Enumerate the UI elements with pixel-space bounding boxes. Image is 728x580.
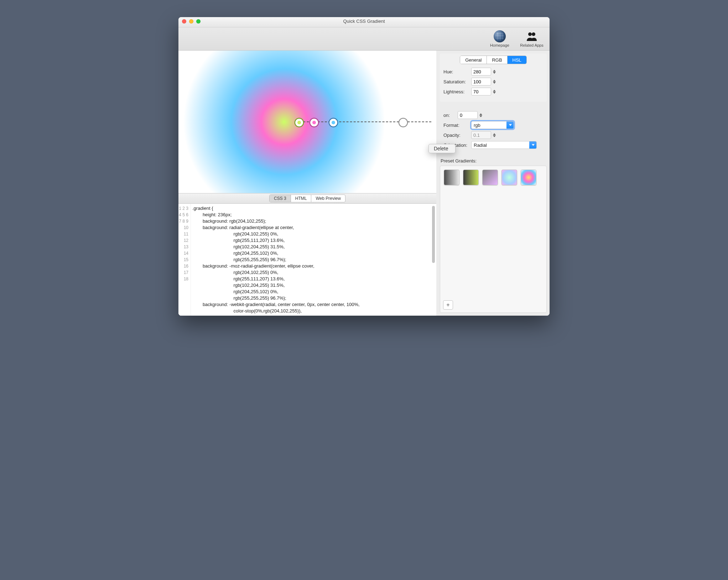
context-menu-delete[interactable]: Delete bbox=[434, 146, 448, 151]
hue-label: Hue: bbox=[443, 69, 471, 74]
preset-swatch[interactable] bbox=[521, 170, 536, 185]
orientation-select-wrap: Radial bbox=[471, 141, 537, 149]
globe-icon bbox=[494, 30, 506, 42]
line-gutter: 1 2 3 4 5 6 7 8 9 10 11 12 13 14 15 16 1… bbox=[178, 204, 191, 316]
code-text[interactable]: .gradient { height: 236px; background: r… bbox=[191, 204, 436, 316]
stop-properties: on: Format: rgb Opacity: bbox=[440, 107, 547, 155]
svg-point-0 bbox=[528, 32, 532, 36]
color-tab-hsl[interactable]: HSL bbox=[508, 56, 526, 64]
gradient-stop[interactable] bbox=[329, 118, 338, 127]
code-editor[interactable]: 1 2 3 4 5 6 7 8 9 10 11 12 13 14 15 16 1… bbox=[178, 204, 436, 316]
window-title: Quick CSS Gradient bbox=[343, 19, 385, 24]
presets-panel: + bbox=[440, 166, 547, 313]
add-preset-button[interactable]: + bbox=[443, 300, 453, 310]
hue-input[interactable] bbox=[471, 68, 491, 76]
svg-point-1 bbox=[532, 32, 535, 36]
app-window: Quick CSS Gradient Homepage Related Apps bbox=[178, 17, 550, 316]
code-tab-html[interactable]: HTML bbox=[291, 195, 312, 202]
color-tabs: GeneralRGBHSL bbox=[460, 56, 527, 64]
preset-swatch[interactable] bbox=[463, 170, 479, 185]
code-tabs: CSS 3HTMLWeb Preview bbox=[178, 193, 436, 204]
gradient-stop[interactable] bbox=[295, 118, 304, 127]
preset-swatch[interactable] bbox=[501, 170, 517, 185]
homepage-label: Homepage bbox=[487, 43, 513, 47]
related-apps-label: Related Apps bbox=[519, 43, 545, 47]
left-column: Delete CSS 3HTMLWeb Preview 1 2 3 4 5 6 … bbox=[178, 51, 436, 316]
opacity-label: Opacity: bbox=[443, 133, 471, 138]
plus-icon: + bbox=[446, 302, 449, 308]
presets-label: Preset Gradients: bbox=[441, 158, 547, 164]
titlebar: Quick CSS Gradient bbox=[178, 17, 550, 27]
format-select[interactable]: rgb bbox=[471, 121, 514, 129]
related-apps-button[interactable]: Related Apps bbox=[519, 30, 545, 47]
hue-stepper[interactable] bbox=[492, 69, 497, 74]
scrollbar-thumb[interactable] bbox=[432, 206, 435, 263]
position-stepper[interactable] bbox=[478, 113, 483, 118]
close-icon[interactable] bbox=[182, 19, 186, 24]
toolbar: Homepage Related Apps bbox=[178, 27, 550, 51]
inspector-panel: GeneralRGBHSL Hue: Saturation: bbox=[436, 51, 550, 316]
preset-swatch[interactable] bbox=[444, 170, 459, 185]
gradient-stop[interactable] bbox=[399, 118, 408, 127]
color-tab-general[interactable]: General bbox=[460, 56, 487, 64]
stop-color-dot bbox=[401, 121, 405, 124]
stop-color-dot bbox=[312, 121, 316, 124]
lightness-input[interactable] bbox=[471, 88, 491, 95]
format-label: Format: bbox=[443, 123, 471, 128]
saturation-input[interactable] bbox=[471, 78, 491, 86]
opacity-stepper[interactable] bbox=[492, 133, 497, 138]
saturation-label: Saturation: bbox=[443, 79, 471, 84]
position-label-partial: on: bbox=[443, 113, 458, 118]
context-menu[interactable]: Delete bbox=[428, 144, 456, 153]
stop-color-dot bbox=[297, 121, 301, 124]
code-tab-css-3[interactable]: CSS 3 bbox=[270, 195, 291, 202]
people-icon bbox=[526, 30, 538, 42]
orientation-select[interactable]: Radial bbox=[471, 141, 537, 149]
zoom-icon[interactable] bbox=[196, 19, 201, 24]
preset-swatch[interactable] bbox=[482, 170, 498, 185]
lightness-stepper[interactable] bbox=[492, 89, 497, 94]
color-tab-rgb[interactable]: RGB bbox=[487, 56, 507, 64]
stop-color-dot bbox=[332, 121, 335, 124]
lightness-label: Lightness: bbox=[443, 89, 471, 94]
position-input[interactable] bbox=[458, 111, 478, 119]
code-tab-web-preview[interactable]: Web Preview bbox=[311, 195, 345, 202]
opacity-input bbox=[471, 131, 491, 139]
window-controls bbox=[182, 19, 201, 24]
gradient-stop[interactable] bbox=[310, 118, 319, 127]
minimize-icon[interactable] bbox=[189, 19, 193, 24]
saturation-stepper[interactable] bbox=[492, 79, 497, 84]
color-panel: GeneralRGBHSL Hue: Saturation: bbox=[440, 53, 547, 102]
format-select-wrap: rgb bbox=[471, 121, 514, 129]
gradient-preview[interactable] bbox=[178, 51, 436, 193]
homepage-button[interactable]: Homepage bbox=[487, 30, 513, 47]
